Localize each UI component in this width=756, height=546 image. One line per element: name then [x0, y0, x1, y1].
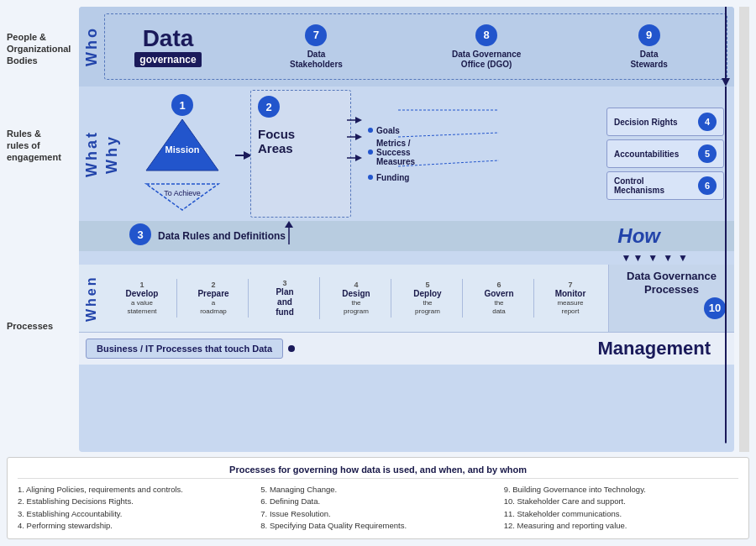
step-title-7: Monitor: [555, 289, 586, 299]
step-num-3: 3: [282, 279, 286, 287]
badge-6: 6: [698, 176, 717, 195]
step-title-2: Prepare: [197, 289, 228, 299]
svg-text:To Achieve: To Achieve: [164, 189, 201, 197]
logo-governance: governance: [134, 52, 201, 67]
bottom-item-8: 8. Specifying Data Quality Requirements.: [260, 520, 495, 532]
goal-label-metrics: Metrics /SuccessMeasures: [376, 139, 415, 166]
bottom-item-9: 9. Building Governance into Technology.: [504, 484, 738, 496]
step-title-4: Design: [342, 289, 370, 299]
focus-areas-title: FocusAreas: [258, 128, 295, 155]
who-item-stakeholders: 7 DataStakeholders: [290, 24, 343, 70]
process-arrow-4: ▼: [663, 252, 673, 264]
bottom-col-3: 9. Building Governance into Technology. …: [504, 484, 738, 532]
step-desc-1: a valuestatement: [127, 299, 156, 315]
bottom-col-2: 5. Managing Change. 6. Defining Data. 7.…: [260, 484, 495, 532]
decision-rights-boxes: Decision Rights 4 Accountabilities 5 Con…: [606, 90, 727, 218]
process-arrow-1: ▼: [622, 252, 632, 264]
step-num-5: 5: [425, 281, 429, 289]
badge-9: 9: [638, 24, 660, 46]
dg-logo-area: Data governance: [105, 14, 231, 79]
focus-arrows: [347, 112, 364, 166]
step-title-1: Develop: [126, 289, 159, 299]
left-labels: People &OrganizationalBodies Rules &rule…: [7, 7, 74, 452]
goal-dot-2: [368, 150, 373, 155]
mission-area: 1 Mission To Achieve: [119, 90, 245, 218]
step-num-2: 2: [211, 281, 215, 289]
focus-areas-box: 2 FocusAreas: [250, 90, 351, 218]
accountabilities-box: Accountabilities 5: [606, 139, 724, 168]
stewards-label: DataStewards: [630, 50, 667, 70]
svg-marker-11: [355, 134, 362, 140]
bottom-item-10: 10. Stakeholder Care and support.: [504, 496, 738, 507]
process-step-7: 7 Monitor measurereport: [536, 279, 605, 317]
badge-1: 1: [171, 94, 193, 116]
svg-marker-18: [285, 221, 293, 228]
stakeholders-label: DataStakeholders: [290, 50, 343, 70]
bottom-item-11: 11. Stakeholder communications.: [504, 508, 738, 520]
mission-inner: 1 Mission To Achieve: [144, 94, 220, 213]
how-label: How: [617, 224, 660, 248]
step-num-6: 6: [496, 281, 501, 289]
svg-text:Mission: Mission: [165, 144, 200, 155]
step-num-1: 1: [139, 281, 144, 289]
process-step-3: 3 Planandfund: [250, 277, 320, 319]
bottom-item-4: 4. Performing stewardship.: [18, 520, 252, 532]
scrollbar[interactable]: [739, 7, 749, 452]
badge-4: 4: [698, 113, 717, 131]
goal-dot-3: [368, 175, 373, 180]
decision-rights-box: Decision Rights 4: [606, 108, 724, 136]
accountabilities-label: Accountabilities: [614, 150, 695, 159]
business-it-dot: [288, 345, 295, 352]
process-section: When 1 Develop a valuestatement 2 Prepar…: [79, 265, 734, 332]
who-axis-label: Who: [79, 7, 104, 87]
step-title-5: Deploy: [413, 289, 441, 299]
badge-7: 7: [305, 24, 327, 46]
bottom-item-2: 2. Establishing Decisions Rights.: [18, 496, 252, 507]
bottom-item-12: 12. Measuring and reporting value.: [504, 520, 738, 532]
step-title-6: Govern: [484, 289, 513, 299]
step-desc-5: theprogram: [415, 299, 440, 315]
to-achieve-area: To Achieve: [144, 182, 220, 213]
who-section: Who Data governance 7 DataStakeholders: [79, 7, 734, 87]
bottom-item-6: 6. Defining Data.: [260, 496, 495, 507]
dgo-label: Data GovernanceOffice (DGO): [452, 50, 521, 70]
label-processes: Processes: [7, 200, 74, 452]
process-step-4: 4 Design theprogram: [322, 279, 391, 317]
decision-rights-label: Decision Rights: [614, 118, 695, 127]
svg-marker-13: [355, 155, 362, 161]
business-it-text: Business / IT Processes that touch Data: [86, 339, 283, 359]
when-axis-label: When: [79, 265, 104, 332]
process-step-1: 1 Develop a valuestatement: [108, 279, 177, 317]
label-rules: Rules &rules ofengagement: [7, 91, 74, 200]
badge-2: 2: [258, 96, 280, 118]
goal-metrics: Metrics /SuccessMeasures: [368, 139, 415, 166]
step-title-3: Planandfund: [276, 287, 294, 318]
data-rules-section: 3 Data Rules and Definitions How: [79, 221, 734, 251]
step-num-4: 4: [354, 281, 358, 289]
down-arrows-row: ▼ ▼ ▼ ▼ ▼: [79, 251, 734, 265]
badge-3: 3: [129, 223, 151, 245]
management-text: Management: [598, 338, 727, 360]
process-arrow-5: ▼: [678, 252, 688, 264]
process-steps-list: 1 Develop a valuestatement 2 Prepare aro…: [104, 265, 608, 332]
who-item-dgo: 8 Data GovernanceOffice (DGO): [452, 24, 521, 70]
data-rules-arrow: [247, 221, 331, 244]
bottom-section: Processes for governing how data is used…: [7, 457, 749, 539]
to-achieve-triangle: To Achieve: [144, 182, 220, 212]
big-right-arrow: [717, 7, 734, 452]
what-axis-label: What: [79, 90, 104, 218]
process-step-5: 5 Deploy theprogram: [393, 279, 463, 317]
bottom-title: Processes for governing how data is used…: [18, 465, 738, 479]
bottom-item-3: 3. Establishing Accountability.: [18, 508, 252, 520]
bottom-item-1: 1. Aligning Policies, requirements and c…: [18, 484, 252, 496]
badge-5: 5: [698, 144, 717, 163]
bottom-item-7: 7. Issue Resolution.: [260, 508, 495, 520]
goals-column: Goals Metrics /SuccessMeasures Funding: [368, 90, 415, 218]
process-arrow-3: ▼: [648, 252, 658, 264]
mission-triangle: Mission: [144, 118, 220, 181]
process-arrow-2: ▼: [633, 252, 643, 264]
badge-8: 8: [475, 24, 497, 46]
who-item-stewards: 9 DataStewards: [630, 24, 667, 70]
process-step-6: 6 Govern thedata: [465, 279, 534, 317]
step-desc-7: measurereport: [557, 299, 583, 315]
